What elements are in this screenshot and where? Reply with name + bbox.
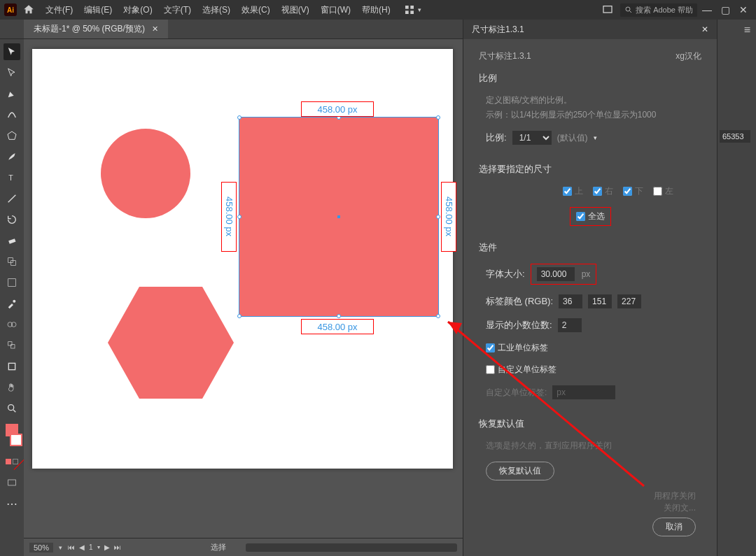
color-value-readout: 65353 — [720, 130, 750, 143]
curvature-tool[interactable] — [4, 106, 20, 123]
toolbar: T ⋯ — [0, 39, 24, 556]
document-tab-title: 未标题-1* @ 50% (RGB/预览) — [34, 23, 145, 35]
dialog-subtitle: 尺寸标注1.3.1 — [479, 50, 531, 62]
select-all-check[interactable]: 全选 — [570, 207, 611, 226]
zoom-level[interactable]: 50% — [29, 543, 53, 553]
industrial-unit-check[interactable]: 工业单位标签 — [486, 342, 701, 354]
type-tool[interactable]: T — [4, 169, 20, 186]
handle-tl[interactable] — [237, 115, 241, 120]
tab-close-icon[interactable]: ✕ — [152, 24, 158, 34]
ratio-select[interactable]: 1/1 — [512, 131, 552, 145]
zoom-tool[interactable] — [4, 400, 20, 417]
svg-line-21 — [13, 410, 15, 412]
svg-point-5 — [626, 7, 630, 11]
menu-type[interactable]: 文字(T) — [159, 4, 196, 16]
rotate-tool[interactable] — [4, 211, 20, 228]
edit-toolbar[interactable]: ⋯ — [4, 495, 20, 512]
artboard-tool[interactable] — [4, 358, 20, 375]
cancel-button[interactable]: 取消 — [652, 518, 696, 536]
menu-window[interactable]: 窗口(W) — [316, 4, 356, 16]
color-b-input[interactable] — [617, 294, 641, 308]
stroke-swatch[interactable] — [10, 434, 22, 446]
decimals-input[interactable] — [558, 318, 582, 332]
eraser-tool[interactable] — [4, 232, 20, 249]
decimals-label: 显示的小数位数: — [486, 319, 552, 332]
color-g-input[interactable] — [588, 294, 612, 308]
pen-tool[interactable] — [4, 85, 20, 102]
window-min-button[interactable]: — — [699, 4, 715, 15]
selection-tool[interactable] — [4, 43, 20, 60]
blend-tool[interactable] — [4, 316, 20, 333]
current-tool-label: 选择 — [211, 542, 226, 553]
scale-tool[interactable] — [4, 253, 20, 270]
side-top-check[interactable]: 上 — [563, 185, 583, 197]
arrange-docs-icon[interactable] — [602, 4, 613, 15]
menu-edit[interactable]: 编辑(E) — [79, 4, 117, 16]
hexagon-shape[interactable] — [108, 287, 234, 401]
svg-marker-23 — [108, 287, 234, 399]
window-close-button[interactable]: ✕ — [735, 4, 752, 15]
workspace-grid-icon[interactable] — [404, 4, 415, 15]
horizontal-scrollbar[interactable] — [246, 543, 457, 552]
menu-view[interactable]: 视图(V) — [276, 4, 314, 16]
direct-select-tool[interactable] — [4, 64, 20, 81]
menu-help[interactable]: 帮助(H) — [357, 4, 396, 16]
help-search[interactable]: 搜索 Adobe 帮助 — [620, 3, 697, 17]
ratio-default-note: (默认值) — [557, 132, 588, 144]
side-right-check[interactable]: 右 — [593, 185, 613, 197]
dialog-close-icon[interactable]: ✕ — [701, 24, 708, 34]
handle-b[interactable] — [337, 314, 341, 318]
side-left-check[interactable]: 左 — [653, 185, 673, 197]
handle-bl[interactable] — [237, 314, 241, 318]
font-size-label: 字体大小: — [486, 268, 525, 280]
color-r-input[interactable] — [559, 294, 582, 308]
handle-r[interactable] — [436, 215, 440, 219]
brush-tool[interactable] — [4, 148, 20, 165]
handle-br[interactable] — [436, 314, 440, 318]
menu-file[interactable]: 文件(F) — [41, 4, 78, 16]
restore-desc: 选项是持久的，直到应用程序关闭 — [486, 440, 701, 452]
zoom-caret[interactable]: ▾ — [59, 544, 62, 551]
workspace-caret[interactable]: ▾ — [418, 6, 421, 13]
window-max-button[interactable]: ▢ — [717, 4, 734, 15]
font-size-input[interactable] — [537, 267, 575, 281]
color-mode-toggle[interactable] — [4, 453, 20, 470]
screen-mode-toggle[interactable] — [4, 474, 20, 491]
custom-unit-check[interactable]: 自定义单位标签 — [486, 364, 701, 376]
font-size-unit: px — [582, 269, 591, 279]
custom-unit-input — [552, 385, 615, 399]
dialog-credit: xg汉化 — [676, 50, 701, 62]
home-icon[interactable] — [22, 3, 35, 16]
gradient-tool[interactable] — [4, 274, 20, 291]
eyedropper-tool[interactable] — [4, 295, 20, 312]
svg-rect-3 — [410, 10, 414, 14]
side-bottom-check[interactable]: 下 — [623, 185, 643, 197]
handle-tr[interactable] — [436, 115, 440, 120]
restore-defaults-button[interactable]: 恢复默认值 — [486, 462, 554, 480]
menu-effect[interactable]: 效果(C) — [237, 4, 275, 16]
document-tab[interactable]: 未标题-1* @ 50% (RGB/预览) ✕ — [24, 20, 168, 38]
hand-tool[interactable] — [4, 379, 20, 396]
menu-select[interactable]: 选择(S) — [197, 4, 235, 16]
canvas-viewport[interactable]: 458.00 px 458.00 px 458.00 px 458.00 px — [24, 39, 463, 538]
ratio-caret[interactable]: ▾ — [594, 134, 597, 141]
circle-shape[interactable] — [101, 129, 190, 218]
menu-object[interactable]: 对象(O) — [118, 4, 157, 16]
artboard-nav[interactable]: ⏮◀1▾▶⏭ — [68, 543, 121, 551]
svg-rect-18 — [11, 345, 15, 348]
line-tool[interactable] — [4, 190, 20, 207]
square-shape-selected[interactable] — [239, 117, 438, 316]
ratio-desc-1: 定义图稿/文档的比例。 — [486, 94, 701, 106]
handle-l[interactable] — [237, 215, 241, 219]
app-logo: Ai — [4, 3, 17, 16]
ratio-label: 比例: — [486, 131, 507, 144]
polygon-tool[interactable] — [4, 127, 20, 144]
shape-builder-tool[interactable] — [4, 337, 20, 354]
svg-rect-17 — [8, 342, 12, 345]
label-color-label: 标签颜色 (RGB): — [486, 295, 553, 308]
custom-unit-label: 自定义单位标签: — [486, 387, 547, 399]
right-dock: ≡ — [717, 20, 756, 556]
panel-menu-icon[interactable]: ≡ — [718, 20, 756, 41]
dialog-titlebar: 尺寸标注1.3.1 ✕ — [463, 20, 717, 39]
svg-rect-11 — [8, 258, 13, 263]
